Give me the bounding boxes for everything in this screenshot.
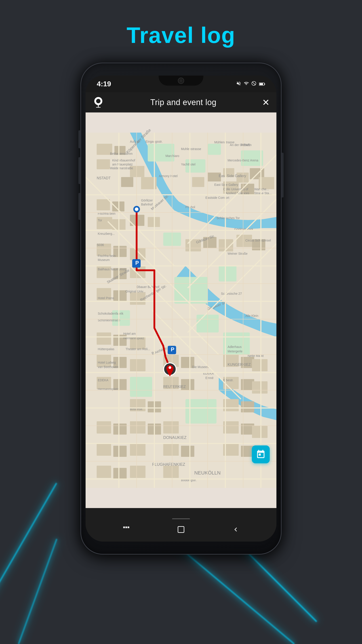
svg-rect-27 — [121, 177, 133, 187]
svg-rect-86 — [113, 424, 127, 435]
svg-text:DONAUKIEZ: DONAUKIEZ — [163, 435, 187, 440]
svg-text:van Beethoven: van Beethoven — [98, 365, 119, 369]
svg-text:East Side Gallery: East Side Gallery — [219, 174, 246, 178]
svg-rect-84 — [252, 426, 268, 438]
svg-text:Hotel am: Hotel am — [123, 332, 136, 336]
svg-rect-212 — [123, 526, 125, 528]
svg-text:Dbauer Bahnhof: Dbauer Bahnhof — [137, 285, 159, 289]
svg-text:Marchiaro: Marchiaro — [165, 154, 179, 158]
svg-text:S036: S036 — [97, 243, 104, 247]
svg-rect-213 — [126, 526, 127, 528]
svg-rect-29 — [192, 177, 204, 187]
svg-rect-94 — [97, 466, 111, 478]
svg-text:FLUGHAFENKIEZ: FLUGHAFENKIEZ — [152, 462, 185, 467]
home-button[interactable] — [177, 526, 185, 536]
svg-rect-91 — [181, 446, 194, 457]
map-svg: Köpenicker Straße Muskauer Str. Skalitze… — [86, 112, 276, 508]
calendar-icon — [256, 450, 266, 459]
svg-text:Hüttenpalas: Hüttenpalas — [98, 347, 114, 351]
side-button-power — [282, 153, 284, 198]
battery-icon — [259, 81, 265, 87]
front-camera — [178, 78, 184, 84]
svg-text:Schokoladenfabrik: Schokoladenfabrik — [98, 312, 123, 315]
nav-bar — [86, 519, 276, 542]
svg-text:Elbestr.: Elbestr. — [223, 378, 234, 382]
svg-rect-97 — [163, 466, 179, 478]
svg-line-1 — [253, 82, 255, 85]
glow-line-4 — [18, 539, 57, 644]
svg-text:am Mauerplatz: am Mauerplatz — [112, 162, 133, 166]
phone-mockup: 4:19 — [80, 62, 282, 554]
svg-point-7 — [96, 99, 100, 103]
recent-apps-button[interactable] — [122, 526, 130, 536]
svg-rect-55 — [113, 290, 127, 302]
svg-rect-37 — [97, 199, 110, 210]
svg-rect-16 — [174, 277, 208, 304]
svg-text:Circus Schatzinsel: Circus Schatzinsel — [245, 238, 271, 242]
svg-text:P: P — [171, 346, 174, 352]
svg-rect-21 — [130, 377, 152, 397]
svg-text:Muhlenstrasse: Muhlenstrasse — [181, 147, 201, 151]
svg-text:Bethaniendamm: Bethaniendamm — [110, 152, 132, 156]
svg-text:Tor: Tor — [98, 218, 102, 222]
svg-rect-215 — [178, 526, 184, 532]
svg-text:REWE: REWE — [241, 143, 250, 147]
svg-rect-214 — [128, 526, 129, 528]
svg-text:Theater am Reli...: Theater am Reli... — [126, 347, 150, 351]
calendar-button[interactable] — [252, 446, 270, 463]
svg-text:NSTADT: NSTADT — [97, 176, 111, 180]
svg-rect-89 — [130, 444, 146, 456]
svg-text:Schlesisches Tor: Schlesisches Tor — [217, 216, 240, 220]
svg-rect-25 — [97, 159, 110, 169]
svg-rect-72 — [252, 381, 268, 394]
svg-text:Die Museen: Die Museen — [192, 365, 209, 369]
svg-text:Kinderbauernhof: Kinderbauernhof — [112, 158, 135, 162]
svg-rect-88 — [113, 446, 127, 457]
app-logo-icon — [92, 96, 105, 108]
svg-rect-85 — [97, 421, 111, 434]
map-area[interactable]: Köpenicker Straße Muskauer Str. Skalitze… — [86, 112, 276, 508]
status-time: 4:19 — [97, 80, 111, 88]
glow-line-3 — [0, 483, 57, 600]
svg-text:East Side Gallery: East Side Gallery — [214, 183, 238, 186]
svg-rect-62 — [130, 359, 146, 372]
svg-text:Weiner Straße: Weiner Straße — [228, 252, 248, 255]
svg-point-211 — [135, 208, 138, 211]
svg-rect-87 — [97, 444, 111, 456]
svg-text:WaldemarstraBe: WaldemarstraBe — [110, 166, 133, 170]
svg-text:Armony Hotel: Armony Hotel — [159, 174, 178, 178]
side-button-volume-up — [78, 130, 80, 148]
back-button[interactable] — [232, 526, 240, 536]
side-button-bixby — [78, 193, 80, 220]
page-title: Travel log — [0, 22, 362, 48]
svg-text:Hotel Prens: Hotel Prens — [98, 296, 114, 300]
svg-rect-4 — [259, 83, 263, 85]
svg-text:Colle University of: Colle University of — [223, 188, 248, 191]
svg-text:Emné: Emné — [205, 376, 214, 380]
svg-text:Hotel Ludwig: Hotel Ludwig — [98, 361, 116, 364]
dnd-icon — [251, 81, 256, 87]
svg-rect-42 — [148, 217, 160, 227]
svg-rect-69 — [252, 359, 268, 372]
app-header: Trip and event log ✕ — [86, 92, 276, 112]
svg-rect-17 — [219, 266, 236, 282]
svg-text:Kreuzberg...: Kreuzberg... — [98, 232, 115, 236]
glow-line-2 — [174, 543, 295, 644]
svg-rect-81 — [163, 421, 179, 434]
svg-text:KUNGERKIEZ: KUNGERKIEZ — [228, 363, 251, 366]
side-button-volume-down — [78, 157, 80, 184]
svg-text:Museum: Museum — [98, 258, 110, 262]
mute-icon — [236, 81, 241, 87]
phone-screen: 4:19 — [86, 76, 276, 542]
svg-rect-57 — [97, 332, 111, 345]
close-button[interactable]: ✕ — [262, 98, 270, 107]
svg-text:Warsche...: Warsche... — [254, 188, 269, 191]
svg-text:Schlesische 27: Schlesische 27 — [221, 292, 242, 296]
wifi-icon — [244, 81, 249, 87]
svg-text:Yachthotel: Yachthotel — [181, 162, 196, 166]
svg-rect-79 — [130, 421, 146, 434]
svg-text:Bahnhof: Bahnhof — [141, 202, 153, 206]
svg-rect-3 — [264, 84, 265, 85]
svg-text:Aufzstr.: Aufzstr. — [130, 140, 140, 143]
svg-text:Mühlenstrasse: Mühlenstrasse — [214, 140, 235, 144]
